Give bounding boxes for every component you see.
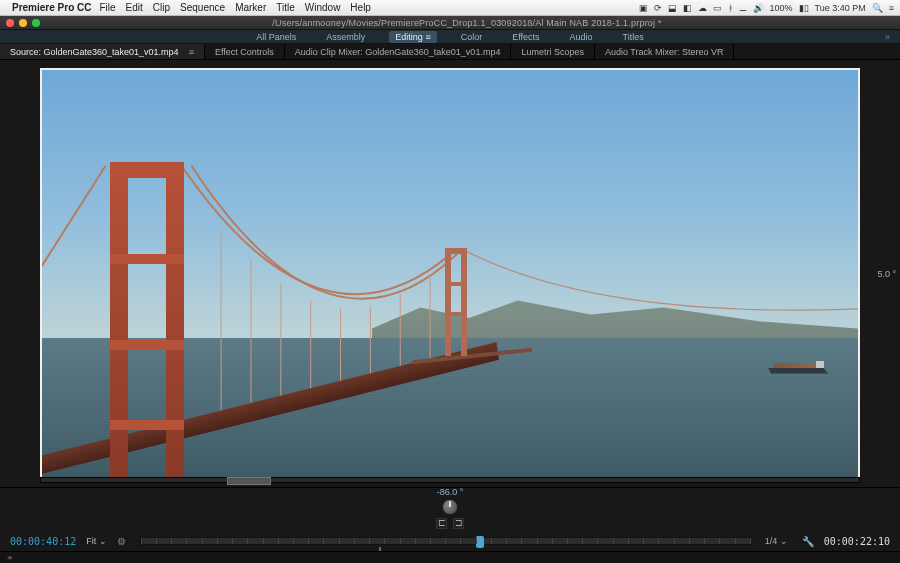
tab-lumetri-scopes[interactable]: Lumetri Scopes	[511, 44, 595, 59]
workspace-menu-icon[interactable]: ≡	[425, 32, 430, 42]
status-icon: ▣	[639, 3, 648, 13]
traffic-lights	[6, 19, 40, 27]
menu-help[interactable]: Help	[350, 2, 371, 13]
vr-yaw-readout: -86.0 °	[437, 487, 464, 497]
caret-down-icon: ⌄	[780, 536, 788, 546]
workspace-all-panels[interactable]: All Panels	[250, 31, 302, 43]
vr-yaw-knob[interactable]	[442, 499, 458, 515]
mark-range-out-button[interactable]: ⊐	[453, 518, 464, 529]
zoom-button[interactable]	[32, 19, 40, 27]
app-menu[interactable]: Premiere Pro CC	[12, 2, 91, 13]
tab-effect-controls[interactable]: Effect Controls	[205, 44, 285, 59]
settings-icon[interactable]: ⚙	[117, 536, 126, 547]
workspace-editing-label: Editing	[395, 32, 423, 42]
menu-clip[interactable]: Clip	[153, 2, 170, 13]
footage-tower-far	[442, 248, 470, 356]
menu-sequence[interactable]: Sequence	[180, 2, 225, 13]
mac-menubar: Premiere Pro CC File Edit Clip Sequence …	[0, 0, 900, 16]
minimize-button[interactable]	[19, 19, 27, 27]
tab-source[interactable]: Source: GoldenGate360_take01_v01.mp4 ≡	[0, 44, 205, 59]
workspace-color[interactable]: Color	[455, 31, 489, 43]
vr-pitch-readout: 5.0 °	[877, 269, 896, 279]
status-icon: ⟳	[654, 3, 662, 13]
tab-menu-icon[interactable]: ≡	[189, 47, 194, 57]
time-ruler[interactable]	[140, 537, 751, 545]
link-icon[interactable]: ⚭	[6, 553, 14, 563]
playhead[interactable]	[476, 536, 484, 548]
zoom-fit-label: Fit	[86, 536, 96, 546]
menu-title[interactable]: Title	[276, 2, 295, 13]
tab-source-label: Source: GoldenGate360_take01_v01.mp4	[10, 47, 179, 57]
wrench-icon[interactable]: 🔧	[802, 536, 814, 547]
video-viewport[interactable]	[40, 68, 860, 480]
viewer-scrollbar[interactable]: ⤡	[40, 477, 860, 485]
window-title: /Users/anmooney/Movies/PremiereProCC_Dro…	[40, 18, 894, 28]
workspace-titles[interactable]: Titles	[617, 31, 650, 43]
wifi-icon: ⚊	[739, 3, 747, 13]
footage-tower-near	[102, 162, 192, 480]
tab-audio-track-mixer[interactable]: Audio Track Mixer: Stereo VR	[595, 44, 735, 59]
volume-icon: 🔊	[753, 3, 764, 13]
dropbox-icon: ⬓	[668, 3, 677, 13]
source-monitor: 5.0 °	[0, 60, 900, 487]
battery-percent: 100%	[770, 3, 793, 13]
workspace-overflow[interactable]: »	[885, 32, 890, 42]
panel-tabs: Source: GoldenGate360_take01_v01.mp4 ≡ E…	[0, 44, 900, 60]
duration-timecode: 00:00:22:10	[824, 536, 890, 547]
menu-window[interactable]: Window	[305, 2, 341, 13]
status-bar: ⚭	[0, 551, 900, 563]
playback-resolution-label: 1/4	[765, 536, 778, 546]
spotlight-icon[interactable]: 🔍	[872, 3, 883, 13]
viewer-scroll-thumb[interactable]	[227, 477, 271, 485]
window-titlebar: /Users/anmooney/Movies/PremiereProCC_Dro…	[0, 16, 900, 30]
workspace-editing[interactable]: Editing ≡	[389, 31, 436, 43]
close-button[interactable]	[6, 19, 14, 27]
workspace-bar: All Panels Assembly Editing ≡ Color Effe…	[0, 30, 900, 44]
status-icon: ◧	[683, 3, 692, 13]
notifications-icon[interactable]: ≡	[889, 3, 894, 13]
playback-resolution[interactable]: 1/4 ⌄	[765, 536, 788, 546]
bluetooth-icon: ᚼ	[728, 3, 733, 13]
tab-audio-clip-mixer[interactable]: Audio Clip Mixer: GoldenGate360_take01_v…	[285, 44, 512, 59]
workspace-effects[interactable]: Effects	[506, 31, 545, 43]
display-icon: ▭	[713, 3, 722, 13]
zoom-fit[interactable]: Fit ⌄	[86, 536, 107, 546]
cloud-icon: ☁	[698, 3, 707, 13]
workspace-assembly[interactable]: Assembly	[320, 31, 371, 43]
battery-icon: ▮▯	[799, 3, 809, 13]
menu-edit[interactable]: Edit	[126, 2, 143, 13]
menu-marker[interactable]: Marker	[235, 2, 266, 13]
mark-range-in-button[interactable]: ⊏	[436, 518, 447, 529]
current-timecode[interactable]: 00:00:40:12	[10, 536, 76, 547]
caret-down-icon: ⌄	[99, 536, 107, 546]
workspace-audio[interactable]: Audio	[564, 31, 599, 43]
menu-file[interactable]: File	[99, 2, 115, 13]
clock: Tue 3:40 PM	[815, 3, 866, 13]
menubar-status: ▣ ⟳ ⬓ ◧ ☁ ▭ ᚼ ⚊ 🔊 100% ▮▯ Tue 3:40 PM 🔍 …	[639, 3, 895, 13]
